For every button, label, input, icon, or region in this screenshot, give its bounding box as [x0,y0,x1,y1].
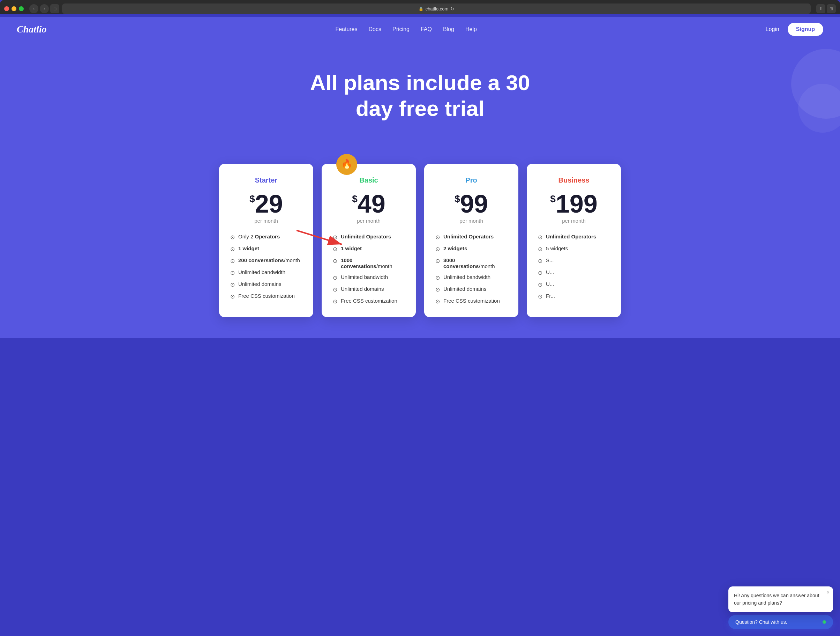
list-item: ⊙U... [538,269,610,276]
check-icon: ⊙ [435,274,440,281]
price-block-pro: $ 99 per month [435,191,507,224]
check-icon: ⊙ [435,258,440,264]
check-icon: ⊙ [538,234,542,240]
price-num-business: 199 [556,191,598,217]
check-icon: ⊙ [333,298,337,305]
list-item: ⊙1000 conversations/month [333,257,405,269]
forward-button[interactable]: › [40,4,49,13]
plan-card-pro: Pro $ 99 per month ⊙Unlimited Operators … [424,164,518,317]
check-icon: ⊙ [230,234,235,240]
pricing-section: 🔥 Starter $ 29 per month ⊙Only 2 Operato… [0,164,840,338]
features-basic: ⊙Unlimited Operators ⊙1 widget ⊙1000 con… [333,234,405,305]
login-link[interactable]: Login [766,26,779,32]
list-item: ⊙S... [538,257,610,264]
list-item: ⊙200 conversations/month [230,257,302,264]
list-item: ⊙2 widgets [435,245,507,252]
signup-button[interactable]: Signup [788,23,823,36]
price-period-starter: per month [230,218,302,224]
list-item: ⊙Free CSS customization [230,293,302,300]
list-item: ⊙1 widget [230,245,302,252]
price-block-basic: $ 49 per month [333,191,405,224]
share-button[interactable]: ⬆ [816,4,825,13]
lock-icon: 🔒 [418,6,423,11]
close-window-button[interactable] [4,6,9,11]
minimize-window-button[interactable] [11,6,16,11]
check-icon: ⊙ [538,282,542,288]
nav-help[interactable]: Help [465,26,477,32]
check-icon: ⊙ [538,293,542,300]
price-amount-basic: $ 49 [333,191,405,217]
site-navigation: Chatlio Features Docs Pricing FAQ Blog H… [0,17,840,42]
price-dollar-basic: $ [352,194,358,204]
nav-pricing[interactable]: Pricing [392,26,409,32]
list-item: ⊙Free CSS customization [435,298,507,305]
hot-badge: 🔥 [336,154,357,175]
price-dollar-starter: $ [249,194,255,204]
website-content: Chatlio Features Docs Pricing FAQ Blog H… [0,17,840,338]
price-block-business: $ 199 per month [538,191,610,224]
plan-card-basic: Basic $ 49 per month ⊙Unlimited Operator… [322,164,416,317]
pricing-cards: 🔥 Starter $ 29 per month ⊙Only 2 Operato… [211,164,629,317]
url-text: chatlio.com [426,6,448,11]
price-dollar-pro: $ [455,194,460,204]
titlebar: ‹ › ⊞ 🔒 chatlio.com ↻ ⬆ ⊞ [4,3,836,14]
list-item: ⊙Only 2 Operators [230,234,302,240]
address-bar[interactable]: 🔒 chatlio.com ↻ [62,3,811,14]
maximize-window-button[interactable] [19,6,24,11]
check-icon: ⊙ [230,246,235,252]
check-icon: ⊙ [333,234,337,240]
check-icon: ⊙ [435,246,440,252]
plan-name-basic: Basic [333,176,405,184]
nav-docs[interactable]: Docs [369,26,381,32]
check-icon: ⊙ [333,286,337,293]
list-item: ⊙U... [538,281,610,288]
list-item: ⊙Unlimited bandwidth [333,274,405,281]
check-icon: ⊙ [230,258,235,264]
check-icon: ⊙ [333,274,337,281]
price-block-starter: $ 29 per month [230,191,302,224]
back-button[interactable]: ‹ [29,4,38,13]
check-icon: ⊙ [230,269,235,276]
list-item: ⊙Fr... [538,293,610,300]
list-item: ⊙3000 conversations/month [435,257,507,269]
check-icon: ⊙ [230,282,235,288]
nav-links: Features Docs Pricing FAQ Blog Help [335,26,477,32]
list-item: ⊙Unlimited bandwidth [435,274,507,281]
price-amount-starter: $ 29 [230,191,302,217]
price-num-starter: 29 [255,191,283,217]
sidebar-button[interactable]: ⊞ [50,4,59,13]
check-icon: ⊙ [435,234,440,240]
list-item: ⊙Unlimited bandwidth [230,269,302,276]
price-period-business: per month [538,218,610,224]
check-icon: ⊙ [333,246,337,252]
nav-right: Login Signup [766,23,823,36]
price-num-pro: 99 [460,191,488,217]
plan-card-business: Business $ 199 per month ⊙Unlimited Oper… [527,164,621,317]
price-amount-pro: $ 99 [435,191,507,217]
check-icon: ⊙ [538,269,542,276]
list-item: ⊙Unlimited domains [230,281,302,288]
list-item: ⊙Unlimited domains [435,286,507,293]
plan-name-pro: Pro [435,176,507,184]
list-item: ⊙Free CSS customization [333,298,405,305]
check-icon: ⊙ [435,298,440,305]
check-icon: ⊙ [538,258,542,264]
list-item: ⊙Unlimited Operators [538,234,610,240]
price-period-pro: per month [435,218,507,224]
nav-blog[interactable]: Blog [443,26,454,32]
features-business: ⊙Unlimited Operators ⊙5 widgets ⊙S... ⊙U… [538,234,610,300]
browser-window: ‹ › ⊞ 🔒 chatlio.com ↻ ⬆ ⊞ [0,0,840,14]
price-dollar-business: $ [550,194,556,204]
list-item: ⊙5 widgets [538,245,610,252]
check-icon: ⊙ [435,286,440,293]
nav-features[interactable]: Features [335,26,357,32]
reload-icon[interactable]: ↻ [450,6,454,11]
new-tab-button[interactable]: ⊞ [827,4,836,13]
check-icon: ⊙ [333,258,337,264]
list-item: ⊙Unlimited domains [333,286,405,293]
nav-faq[interactable]: FAQ [421,26,432,32]
plan-card-starter: Starter $ 29 per month ⊙Only 2 Operators… [219,164,313,317]
list-item: ⊙Unlimited Operators [333,234,405,240]
plan-name-business: Business [538,176,610,184]
site-logo[interactable]: Chatlio [17,24,47,35]
